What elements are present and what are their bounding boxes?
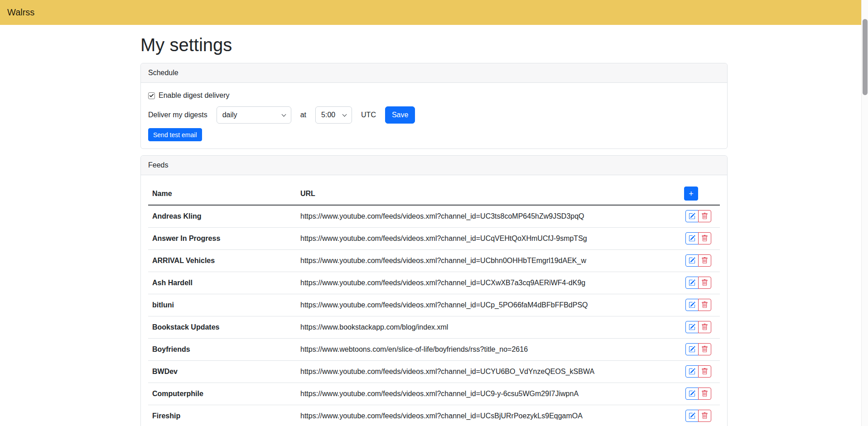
schedule-card-body: Enable digest delivery Deliver my digest… — [141, 83, 727, 148]
table-row: Computerphile https://www.youtube.com/fe… — [148, 383, 720, 405]
edit-feed-button[interactable] — [685, 410, 699, 422]
pencil-square-icon — [689, 302, 695, 308]
feeds-card-header: Feeds — [141, 156, 727, 175]
feeds-card: Feeds Name URL + Andreas Kling https://w… — [140, 155, 728, 426]
feeds-table-body: Andreas Kling https://www.youtube.com/fe… — [148, 205, 720, 426]
delete-feed-button[interactable] — [698, 343, 711, 355]
pencil-square-icon — [689, 412, 695, 419]
edit-feed-button[interactable] — [685, 277, 699, 289]
feed-actions-group — [685, 343, 711, 355]
delete-feed-button[interactable] — [698, 254, 711, 267]
trash-icon — [701, 368, 708, 375]
feed-url: https://www.webtoons.com/en/slice-of-lif… — [297, 339, 666, 361]
at-label: at — [300, 111, 306, 119]
feed-url: https://www.youtube.com/feeds/videos.xml… — [297, 250, 666, 272]
enable-digest-label: Enable digest delivery — [159, 90, 230, 101]
table-row: Andreas Kling https://www.youtube.com/fe… — [148, 205, 720, 228]
schedule-card: Schedule Enable digest delivery Deliver … — [140, 63, 728, 149]
main-container: My settings Schedule Enable digest deliv… — [140, 34, 728, 426]
edit-feed-button[interactable] — [685, 388, 699, 400]
feed-url: https://www.bookstackapp.com/blog/index.… — [297, 316, 666, 339]
edit-feed-button[interactable] — [685, 321, 699, 333]
pencil-square-icon — [689, 235, 695, 242]
enable-digest-checkbox[interactable] — [148, 92, 155, 99]
feed-actions-group — [685, 410, 711, 422]
scrollbar-thumb[interactable] — [863, 19, 868, 95]
edit-feed-button[interactable] — [685, 299, 699, 311]
feed-name: Answer In Progress — [148, 228, 297, 250]
table-row: bitluni https://www.youtube.com/feeds/vi… — [148, 294, 720, 316]
feed-url: https://www.youtube.com/feeds/videos.xml… — [297, 405, 666, 426]
feed-url: https://www.youtube.com/feeds/videos.xml… — [297, 228, 666, 250]
pencil-square-icon — [689, 279, 695, 286]
pencil-square-icon — [689, 368, 695, 375]
feed-name: Boyfriends — [148, 339, 297, 361]
feed-actions-group — [685, 210, 711, 222]
add-feed-button[interactable]: + — [684, 187, 698, 201]
time-select[interactable]: 5:00 — [315, 106, 352, 124]
feed-actions-group — [685, 365, 711, 378]
deliver-digests-label: Deliver my digests — [148, 111, 207, 119]
table-row: ARRIVAL Vehicles https://www.youtube.com… — [148, 250, 720, 272]
feed-url: https://www.youtube.com/feeds/videos.xml… — [297, 383, 666, 405]
delete-feed-button[interactable] — [698, 232, 711, 244]
feed-name: ARRIVAL Vehicles — [148, 250, 297, 272]
pencil-square-icon — [689, 257, 695, 264]
delete-feed-button[interactable] — [698, 410, 711, 422]
table-row: Ash Hardell https://www.youtube.com/feed… — [148, 272, 720, 294]
feed-url: https://www.youtube.com/feeds/videos.xml… — [297, 294, 666, 316]
edit-feed-button[interactable] — [685, 254, 699, 267]
delete-feed-button[interactable] — [698, 365, 711, 378]
trash-icon — [701, 390, 708, 397]
trash-icon — [701, 412, 708, 419]
navbar-brand[interactable]: Walrss — [7, 7, 34, 18]
feed-name: Fireship — [148, 405, 297, 426]
trash-icon — [701, 346, 708, 353]
edit-feed-button[interactable] — [685, 343, 699, 355]
feed-name: BWDev — [148, 361, 297, 383]
trash-icon — [701, 279, 708, 286]
feed-actions-group — [685, 321, 711, 333]
feeds-table-header-row: Name URL + — [148, 182, 720, 205]
table-row: BWDev https://www.youtube.com/feeds/vide… — [148, 361, 720, 383]
feed-url: https://www.youtube.com/feeds/videos.xml… — [297, 205, 666, 228]
feed-name: bitluni — [148, 294, 297, 316]
edit-feed-button[interactable] — [685, 365, 699, 378]
send-test-email-button[interactable]: Send test email — [148, 128, 202, 141]
frequency-select[interactable]: daily — [217, 106, 291, 124]
feed-name: Andreas Kling — [148, 205, 297, 228]
feeds-card-body: Name URL + Andreas Kling https://www.you… — [141, 175, 727, 426]
schedule-card-header: Schedule — [141, 63, 727, 83]
edit-feed-button[interactable] — [685, 210, 699, 222]
edit-feed-button[interactable] — [685, 232, 699, 244]
table-row: Answer In Progress https://www.youtube.c… — [148, 228, 720, 250]
delete-feed-button[interactable] — [698, 299, 711, 311]
feed-actions-group — [685, 388, 711, 400]
feed-url: https://www.youtube.com/feeds/videos.xml… — [297, 361, 666, 383]
feed-actions-group — [685, 254, 711, 267]
table-row: Fireship https://www.youtube.com/feeds/v… — [148, 405, 720, 426]
delete-feed-button[interactable] — [698, 321, 711, 333]
scrollbar[interactable] — [861, 0, 868, 426]
feed-actions-group — [685, 232, 711, 244]
trash-icon — [701, 302, 708, 308]
pencil-square-icon — [689, 346, 695, 353]
utc-label: UTC — [361, 111, 376, 119]
feed-name: Ash Hardell — [148, 272, 297, 294]
delete-feed-button[interactable] — [698, 388, 711, 400]
pencil-square-icon — [689, 390, 695, 397]
feed-url: https://www.youtube.com/feeds/videos.xml… — [297, 272, 666, 294]
delete-feed-button[interactable] — [698, 210, 711, 222]
pencil-square-icon — [689, 213, 695, 220]
feed-actions-group — [685, 277, 711, 289]
checkmark-icon — [149, 93, 154, 98]
enable-digest-row: Enable digest delivery — [148, 90, 720, 101]
schedule-controls-row: Deliver my digests daily at 5:00 UTC Sav… — [148, 106, 720, 124]
feed-name: Computerphile — [148, 383, 297, 405]
feed-actions-group — [685, 299, 711, 311]
delete-feed-button[interactable] — [698, 277, 711, 289]
column-header-name: Name — [148, 182, 297, 205]
navbar: Walrss — [0, 0, 868, 25]
table-row: Boyfriends https://www.webtoons.com/en/s… — [148, 339, 720, 361]
save-button[interactable]: Save — [385, 106, 415, 124]
